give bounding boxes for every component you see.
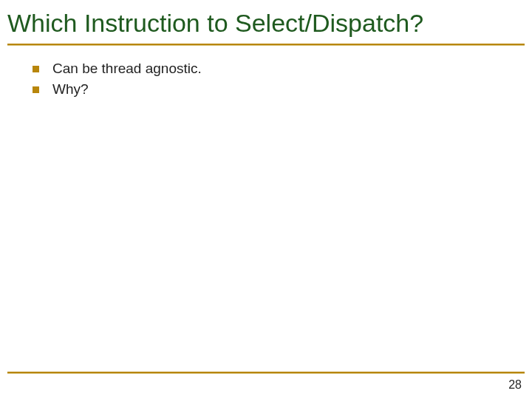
footer-underline: [7, 372, 525, 374]
square-bullet-icon: [33, 66, 39, 72]
list-item: Can be thread agnostic.: [33, 61, 525, 77]
slide-body: Can be thread agnostic. Why?: [0, 46, 532, 98]
bullet-text: Why?: [52, 81, 89, 98]
slide-title: Which Instruction to Select/Dispatch?: [0, 0, 532, 44]
page-number: 28: [508, 378, 522, 392]
bullet-text: Can be thread agnostic.: [52, 61, 202, 77]
list-item: Why?: [33, 81, 525, 98]
square-bullet-icon: [33, 86, 39, 93]
